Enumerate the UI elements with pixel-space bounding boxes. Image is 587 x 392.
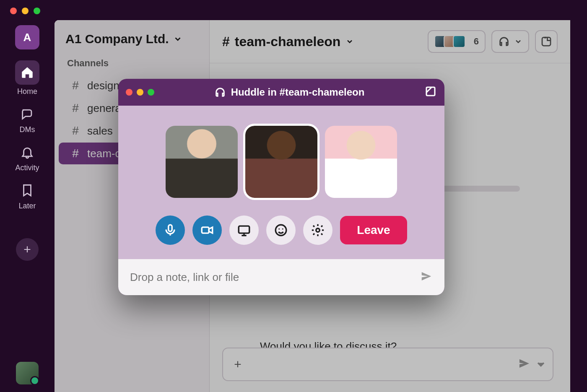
headphones-icon [214, 86, 226, 98]
participant-tile[interactable] [325, 126, 397, 198]
add-nav[interactable]: + [16, 238, 39, 261]
send-note-button[interactable] [420, 270, 433, 284]
chevron-down-icon [345, 37, 354, 46]
fullscreen-window-icon[interactable] [34, 8, 40, 14]
video-icon [200, 223, 214, 237]
huddle-start-button[interactable] [491, 30, 529, 53]
fullscreen-huddle-icon[interactable] [148, 89, 154, 96]
expand-icon [424, 85, 437, 98]
member-count: 6 [474, 36, 479, 47]
screen-share-icon [237, 223, 251, 237]
mute-button[interactable] [156, 215, 185, 245]
send-icon [420, 270, 433, 283]
later-label: Later [18, 202, 36, 210]
bell-icon [20, 145, 34, 159]
microphone-icon [163, 223, 177, 237]
huddle-settings-button[interactable] [303, 215, 332, 245]
chevron-down-icon [173, 34, 182, 44]
message-composer[interactable]: + [222, 348, 553, 381]
activity-label: Activity [15, 164, 39, 172]
dms-icon [20, 107, 34, 121]
participant-tile[interactable] [245, 126, 317, 198]
hash-icon: # [71, 79, 80, 92]
close-huddle-icon[interactable] [126, 89, 132, 96]
nav-rail: A Home DMs Activity Later + [0, 25, 55, 392]
svg-point-8 [316, 228, 320, 232]
chevron-down-icon [514, 37, 522, 46]
chevron-down-icon[interactable] [535, 358, 547, 370]
participant-tile[interactable] [166, 126, 238, 198]
huddle-window: Huddle in #team-chameleon [118, 79, 444, 295]
channel-header: # team-chameleon 6 [210, 20, 570, 63]
svg-rect-3 [202, 227, 209, 233]
react-button[interactable] [266, 215, 296, 245]
video-button[interactable] [192, 215, 222, 245]
emoji-icon [274, 223, 288, 237]
channel-name: team-chameleon [235, 34, 341, 49]
channel-label: sales [87, 125, 113, 138]
svg-point-5 [276, 225, 287, 236]
channel-label: design [87, 79, 119, 92]
hash-icon: # [222, 34, 230, 49]
workspace-switcher[interactable]: A [15, 25, 39, 49]
attach-button[interactable]: + [229, 357, 247, 371]
hash-icon: # [71, 101, 80, 115]
workspace-name: A1 Company Ltd. [65, 32, 169, 46]
svg-point-7 [282, 228, 283, 230]
huddle-title-text: Huddle in #team-chameleon [231, 86, 365, 98]
home-nav[interactable] [15, 60, 39, 85]
workspace-menu[interactable]: A1 Company Ltd. [55, 32, 209, 58]
channels-section-header[interactable]: Channels [55, 58, 209, 74]
dms-label: DMs [20, 125, 35, 134]
huddle-titlebar: Huddle in #team-chameleon [118, 79, 444, 106]
window-traffic-lights [10, 8, 40, 14]
svg-rect-2 [169, 225, 172, 231]
bookmark-icon [20, 183, 34, 197]
svg-point-6 [279, 228, 280, 230]
gear-icon [311, 223, 325, 237]
user-avatar[interactable] [16, 362, 39, 384]
home-label: Home [17, 87, 37, 96]
headphones-icon [498, 36, 510, 47]
send-icon [518, 358, 530, 369]
hash-icon: # [71, 147, 80, 160]
channel-members-button[interactable]: 6 [428, 30, 486, 53]
svg-rect-0 [542, 37, 551, 46]
screen-share-button[interactable] [229, 215, 259, 245]
hash-icon: # [71, 124, 80, 138]
send-button[interactable] [518, 358, 530, 371]
home-icon [20, 65, 34, 80]
canvas-icon [540, 35, 553, 48]
close-window-icon[interactable] [10, 8, 17, 14]
dms-nav[interactable] [20, 107, 34, 123]
later-nav[interactable] [20, 183, 34, 199]
activity-nav[interactable] [20, 145, 34, 161]
member-avatar [453, 35, 465, 48]
svg-rect-4 [239, 226, 250, 233]
channel-title-menu[interactable]: # team-chameleon [222, 34, 354, 49]
leave-huddle-button[interactable]: Leave [340, 216, 407, 244]
canvas-button[interactable] [535, 30, 558, 53]
huddle-participants [135, 126, 428, 198]
minimize-window-icon[interactable] [22, 8, 29, 14]
expand-huddle-button[interactable] [424, 85, 437, 99]
huddle-note-input[interactable] [130, 271, 413, 284]
minimize-huddle-icon[interactable] [137, 89, 143, 96]
